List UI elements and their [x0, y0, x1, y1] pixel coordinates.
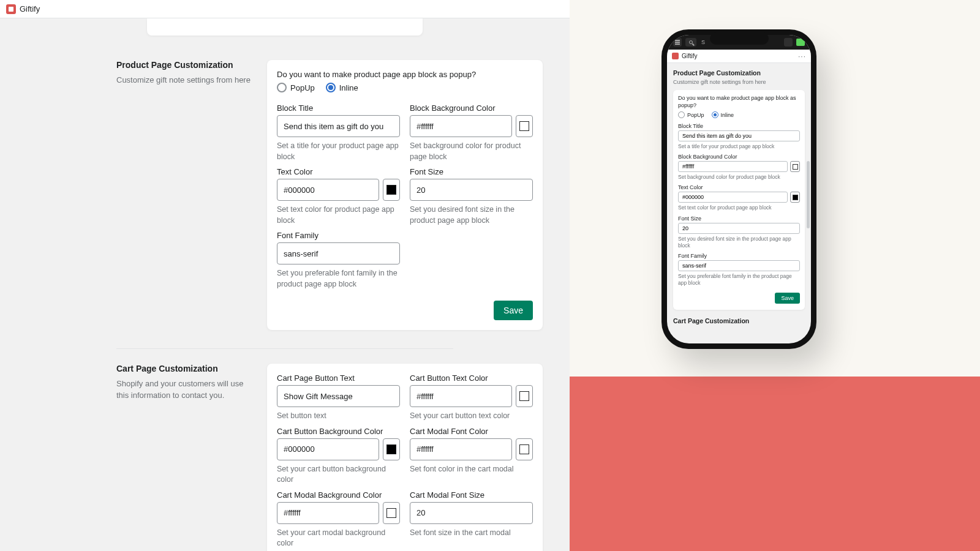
app-brand: Giftify — [20, 4, 40, 13]
block-title-input[interactable] — [277, 115, 400, 137]
phone-radio-popup[interactable]: PopUp — [678, 111, 704, 118]
phone-block-title-help: Set a title for your product page app bl… — [678, 143, 800, 150]
app-header: Giftify — [0, 0, 570, 18]
giftify-logo-icon — [6, 4, 16, 14]
radio-popup-label: PopUp — [290, 83, 315, 92]
phone-product-card: Do you want to make product page app blo… — [673, 90, 805, 310]
radio-dot-icon — [678, 111, 685, 118]
font-family-label: Font Family — [277, 231, 400, 240]
font-size-label: Font Size — [410, 167, 533, 176]
cart-btn-text-label: Cart Page Button Text — [277, 373, 400, 383]
phone-product-title: Product Page Customization — [673, 69, 805, 77]
phone-app-header: Giftify ··· — [667, 50, 811, 63]
cart-modal-bg-label: Cart Modal Background Color — [277, 490, 400, 500]
phone-radio-inline-label: Inline — [721, 112, 734, 118]
phone-block-bg-swatch-button[interactable] — [790, 161, 800, 172]
block-title-help: Set a title for your product page app bl… — [277, 141, 400, 162]
mockup-stage: S Giftify ··· Product Page Customization… — [570, 0, 980, 551]
color-swatch-icon — [519, 444, 529, 454]
font-family-help: Set you preferable font family in the pr… — [277, 268, 400, 290]
cart-section-desc: Shopify and your customers will use this… — [116, 378, 255, 402]
color-swatch-icon — [386, 444, 396, 454]
product-card: Do you want to make product page app blo… — [267, 60, 543, 330]
phone-text-color-help: Set text color for product page app bloc… — [678, 204, 800, 211]
cart-section-title: Cart Page Customization — [116, 364, 255, 373]
text-color-swatch-button[interactable] — [383, 179, 400, 201]
block-bg-input[interactable] — [410, 115, 512, 137]
radio-inline[interactable]: Inline — [326, 83, 358, 92]
phone-cart-title: Cart Page Customization — [673, 317, 805, 324]
cart-btn-text-input[interactable] — [277, 385, 400, 407]
font-size-input[interactable] — [410, 179, 533, 201]
phone-text-color-input[interactable] — [678, 192, 788, 203]
block-bg-swatch-button[interactable] — [516, 115, 533, 137]
cart-btn-textcolor-help: Set your cart button text color — [410, 411, 533, 422]
phone-font-size-help: Set you desired font size in the product… — [678, 236, 800, 249]
phone-scrollbar[interactable] — [807, 161, 810, 228]
phone-text-color-label: Text Color — [678, 184, 800, 190]
statusbar-search-text: S — [701, 39, 705, 45]
phone-font-family-input[interactable] — [678, 260, 800, 271]
cart-modal-bg-swatch-button[interactable] — [383, 502, 400, 524]
phone-block-bg-label: Block Background Color — [678, 154, 800, 160]
color-swatch-icon — [386, 508, 396, 518]
giftify-logo-icon — [672, 53, 679, 59]
phone-frame: S Giftify ··· Product Page Customization… — [662, 29, 816, 349]
cart-btn-bg-label: Cart Button Background Color — [277, 427, 400, 436]
phone-font-size-input[interactable] — [678, 223, 800, 234]
phone-radio-popup-label: PopUp — [687, 112, 704, 118]
cart-modal-fontcolor-help: Set font color in the cart modal — [410, 464, 533, 475]
phone-text-color-swatch-button[interactable] — [790, 192, 800, 203]
block-title-label: Block Title — [277, 103, 400, 113]
hamburger-icon — [673, 38, 682, 47]
phone-font-size-label: Font Size — [678, 216, 800, 222]
cart-modal-fontcolor-label: Cart Modal Font Color — [410, 427, 533, 436]
text-color-label: Text Color — [277, 167, 400, 176]
coral-backdrop — [570, 377, 980, 551]
phone-app-brand: Giftify — [682, 53, 698, 59]
phone-block-title-input[interactable] — [678, 130, 800, 141]
phone-save-button[interactable]: Save — [775, 293, 800, 304]
cart-btn-bg-help: Set your cart button background color — [277, 464, 400, 485]
radio-popup[interactable]: PopUp — [277, 83, 315, 92]
color-swatch-icon — [519, 391, 529, 401]
cart-btn-bg-swatch-button[interactable] — [383, 438, 400, 460]
phone-font-family-help: Set you preferable font family in the pr… — [678, 273, 800, 287]
cart-modal-fontcolor-input[interactable] — [410, 438, 512, 460]
product-question: Do you want to make product page app blo… — [277, 70, 533, 79]
phone-block-bg-input[interactable] — [678, 161, 788, 172]
phone-font-family-label: Font Family — [678, 253, 800, 259]
cart-btn-textcolor-input[interactable] — [410, 385, 512, 407]
statusbar-badge-icon — [796, 39, 805, 46]
phone-product-question: Do you want to make product page app blo… — [678, 95, 800, 109]
radio-dot-icon — [712, 111, 718, 118]
color-swatch-icon — [386, 185, 396, 195]
block-bg-label: Block Background Color — [410, 103, 533, 113]
search-icon — [685, 38, 696, 47]
text-color-input[interactable] — [277, 179, 379, 201]
font-size-help: Set you desired font size in the product… — [410, 204, 533, 226]
text-color-help: Set text color for product page app bloc… — [277, 204, 400, 226]
cart-modal-fontsize-label: Cart Modal Font Size — [410, 490, 533, 500]
statusbar-square-icon — [784, 38, 793, 47]
cart-btn-textcolor-label: Cart Button Text Color — [410, 373, 533, 383]
cart-modal-bg-input[interactable] — [277, 502, 379, 524]
phone-notch-icon — [710, 32, 769, 45]
cart-modal-fontcolor-swatch-button[interactable] — [516, 438, 533, 460]
product-section-title: Product Page Customization — [116, 60, 255, 70]
color-swatch-icon — [793, 195, 798, 200]
cart-btn-bg-input[interactable] — [277, 438, 379, 460]
block-bg-help: Set background color for product page bl… — [410, 141, 533, 162]
cart-modal-fontsize-input[interactable] — [410, 502, 533, 524]
previous-card-edge — [147, 18, 423, 36]
product-save-button[interactable]: Save — [494, 301, 533, 320]
more-icon: ··· — [798, 52, 806, 61]
radio-inline-label: Inline — [339, 83, 358, 92]
phone-product-desc: Customize gift note settings from here — [673, 79, 805, 85]
cart-modal-fontsize-help: Set font size in the cart modal — [410, 528, 533, 539]
phone-radio-inline[interactable]: Inline — [712, 111, 734, 118]
cart-btn-textcolor-swatch-button[interactable] — [516, 385, 533, 407]
font-family-input[interactable] — [277, 242, 400, 264]
color-swatch-icon — [519, 121, 529, 131]
cart-btn-text-help: Set button text — [277, 411, 400, 422]
